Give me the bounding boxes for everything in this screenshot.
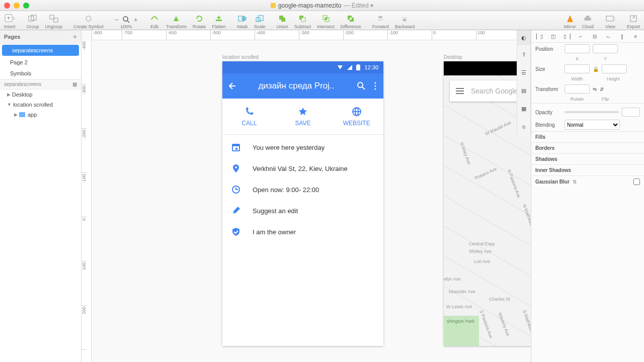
battery-icon [356,64,360,70]
svg-point-26 [375,88,376,90]
layer-row[interactable]: ▼location scrolled [0,100,81,110]
rotate-input[interactable] [565,84,590,94]
document-title: google-maps-mamezito [278,2,341,9]
flip-h-icon[interactable]: ⇋ [593,86,597,92]
lock-icon[interactable]: 🔒 [593,66,599,72]
layers-filter-icon[interactable]: ▦ [72,81,77,87]
fills-section[interactable]: Fills [531,131,644,142]
disclosure-down-icon[interactable]: ▼ [7,102,12,107]
export-rail-icon[interactable]: ⇪ [517,45,530,63]
clock-icon [231,185,240,194]
hamburger-icon[interactable] [456,88,464,94]
align-middle-icon[interactable]: ⊟ [590,32,599,40]
layer-row[interactable]: ▶Desktop [0,89,81,100]
grid-rail-icon[interactable]: ▦ [517,100,530,118]
list-item[interactable]: Suggest an edit [222,200,383,221]
flip-v-icon[interactable]: ⇵ [600,86,604,92]
shadows-section[interactable]: Shadows [531,153,644,164]
rotate-button[interactable]: Rotate [193,14,206,29]
difference-button[interactable]: Difference [341,14,361,29]
zoom-in-icon[interactable]: + [134,16,138,24]
group-button[interactable]: Group [27,14,39,29]
cloud-button[interactable]: Cloud [582,14,594,29]
list-item[interactable]: Verkhnii Val St, 22, Kiev, Ukraine [222,158,383,179]
scale-button[interactable]: Scale [254,14,266,29]
save-button[interactable]: SAVE [276,99,330,134]
opacity-input[interactable] [622,108,640,117]
disclosure-right-icon[interactable]: ▶ [7,92,11,97]
forward-button[interactable]: Forward [372,14,389,29]
rail-tab-icon[interactable]: ◐ [517,30,530,45]
backward-button[interactable]: Backward [395,14,415,29]
disclosure-right-icon[interactable]: ▶ [14,112,18,117]
align-top-icon[interactable]: ⌐ [576,32,585,40]
canvas-area[interactable]: -800-700-600-500-400-300-200-1000100 -40… [82,30,531,362]
svg-rect-31 [232,144,239,146]
flatten-button[interactable]: Flatten [212,14,226,29]
text-rail-icon[interactable]: ▤ [517,81,530,100]
back-icon[interactable] [226,81,236,91]
ungroup-button[interactable]: Ungroup [45,14,63,29]
opacity-slider[interactable] [565,111,619,113]
zoom-control[interactable]: −+ 100% [115,15,138,29]
page-item[interactable]: Symbols [0,68,81,79]
inspector-panel: ▏▯◫▯▕ ⌐⊟⌙ ∥≡ Position XY Size🔒 WidthHeig… [531,30,644,362]
artboard-phone[interactable]: 12:30 дизайн среда Proj.. CALL SAVE WEBS… [222,61,383,346]
minimize-window-icon[interactable] [14,3,20,9]
more-icon[interactable] [371,81,379,91]
mirror-button[interactable]: Mirror [564,14,576,29]
position-x-input[interactable] [565,44,590,53]
link-rail-icon[interactable]: ⎋ [517,118,530,136]
search-icon[interactable] [356,81,366,91]
toolbar: + Insert Group Ungroup Create Symbol −+ … [0,11,644,30]
window-controls [4,3,29,9]
mask-button[interactable]: Mask [237,14,248,29]
insert-button[interactable]: + Insert [4,12,16,29]
artboard-label[interactable]: location scrolled [222,54,259,60]
svg-line-7 [127,21,129,23]
distribute-h-icon[interactable]: ∥ [617,32,626,40]
export-button[interactable]: Export [627,12,640,29]
add-page-icon[interactable]: + [73,33,77,41]
artboard-label[interactable]: Desktop [444,54,462,60]
svg-text:+: + [7,15,11,22]
website-button[interactable]: WEBSITE [330,99,383,134]
view-button[interactable]: View [605,12,616,29]
zoom-out-icon[interactable]: − [115,16,119,24]
page-item[interactable]: Page 2 [0,57,81,68]
position-y-input[interactable] [593,44,618,53]
transform-button[interactable]: Transform [166,14,187,29]
maximize-window-icon[interactable] [23,3,29,9]
list-item[interactable]: You were here yesterday [222,137,383,158]
align-right-icon[interactable]: ▯▕ [562,32,572,40]
clock: 12:30 [364,64,378,70]
borders-section[interactable]: Borders [531,142,644,153]
pin-icon [231,164,240,173]
gaussian-toggle[interactable] [633,178,640,185]
layer-row[interactable]: ▶app [0,110,81,120]
gaussian-section[interactable]: Gaussian Blur⇅ [531,175,644,188]
list-item[interactable]: I am the owner [222,221,383,242]
layers-header: separatescreens▦ [0,79,81,89]
call-button[interactable]: CALL [222,99,276,134]
page-item[interactable]: separatescreens [2,45,79,56]
width-input[interactable] [565,64,590,73]
align-left-icon[interactable]: ▏▯ [535,32,544,40]
align-bottom-icon[interactable]: ⌙ [604,32,613,40]
create-symbol-button[interactable]: Create Symbol [73,12,104,29]
intersect-button[interactable]: Intersect [317,14,335,29]
subtract-button[interactable]: Subtract [294,14,311,29]
list-item[interactable]: Open now: 9:00- 22:00 [222,179,383,200]
close-window-icon[interactable] [4,3,10,9]
union-button[interactable]: Union [276,14,288,29]
distribute-v-icon[interactable]: ≡ [631,32,640,40]
inner-shadows-section[interactable]: Inner Shadows [531,164,644,175]
layout-rail-icon[interactable]: ☰ [517,63,530,81]
blending-select[interactable]: Normal [565,120,620,130]
svg-point-22 [358,82,363,87]
calendar-icon [231,143,240,152]
align-center-h-icon[interactable]: ◫ [549,32,558,40]
svg-line-23 [362,87,365,89]
edit-button[interactable]: Edit [149,14,160,29]
height-input[interactable] [602,64,627,73]
